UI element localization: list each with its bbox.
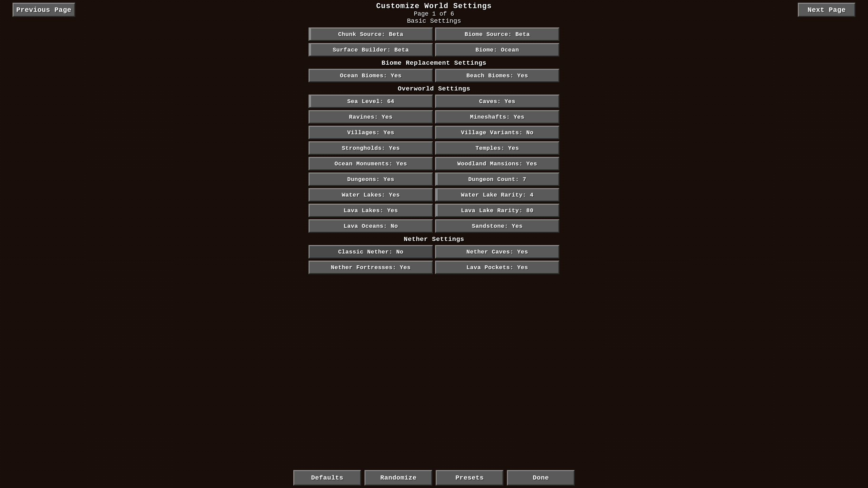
biome-source-button[interactable]: Biome Source: Beta (435, 27, 559, 41)
sandstone-button[interactable]: Sandstone: Yes (435, 219, 559, 233)
page-number: Page 1 of 6 (309, 11, 559, 17)
lava-lakes-button[interactable]: Lava Lakes: Yes (309, 204, 433, 217)
title-section: Customize World Settings Page 1 of 6 Bas… (309, 2, 559, 25)
village-variants-button[interactable]: Village Variants: No (435, 126, 559, 139)
chunk-source-button[interactable]: Chunk Source: Beta (309, 27, 433, 41)
defaults-button[interactable]: Defaults (293, 470, 361, 486)
main-content: Customize World Settings Page 1 of 6 Bas… (309, 0, 559, 276)
water-lakes-button[interactable]: Water Lakes: Yes (309, 188, 433, 202)
nether-header: Nether Settings (309, 236, 559, 243)
temples-button[interactable]: Temples: Yes (435, 141, 559, 155)
bottom-bar: Defaults Randomize Presets Done (0, 468, 868, 488)
caves-button[interactable]: Caves: Yes (435, 95, 559, 108)
woodland-mansions-button[interactable]: Woodland Mansions: Yes (435, 157, 559, 170)
basic-row-2: Surface Builder: Beta Biome: Ocean (309, 43, 559, 57)
basic-row-1: Chunk Source: Beta Biome Source: Beta (309, 27, 559, 41)
lava-lake-rarity-button[interactable]: Lava Lake Rarity: 80 (435, 204, 559, 217)
biome-replacement-row: Ocean Biomes: Yes Beach Biomes: Yes (309, 69, 559, 82)
nether-fortresses-button[interactable]: Nether Fortresses: Yes (309, 261, 433, 274)
nether-caves-button[interactable]: Nether Caves: Yes (435, 245, 559, 259)
overworld-row-6: Dungeons: Yes Dungeon Count: 7 (309, 172, 559, 186)
dungeon-count-button[interactable]: Dungeon Count: 7 (435, 172, 559, 186)
overworld-row-5: Ocean Monuments: Yes Woodland Mansions: … (309, 157, 559, 170)
overworld-row-3: Villages: Yes Village Variants: No (309, 126, 559, 139)
lava-pockets-button[interactable]: Lava Pockets: Yes (435, 261, 559, 274)
ocean-monuments-button[interactable]: Ocean Monuments: Yes (309, 157, 433, 170)
strongholds-button[interactable]: Strongholds: Yes (309, 141, 433, 155)
sea-level-button[interactable]: Sea Level: 64 (309, 95, 433, 108)
overworld-row-4: Strongholds: Yes Temples: Yes (309, 141, 559, 155)
previous-page-button[interactable]: Previous Page (13, 3, 75, 17)
biome-button[interactable]: Biome: Ocean (435, 43, 559, 57)
overworld-row-7: Water Lakes: Yes Water Lake Rarity: 4 (309, 188, 559, 202)
next-page-button[interactable]: Next Page (798, 3, 855, 17)
ravines-button[interactable]: Ravines: Yes (309, 110, 433, 124)
surface-builder-button[interactable]: Surface Builder: Beta (309, 43, 433, 57)
ocean-biomes-button[interactable]: Ocean Biomes: Yes (309, 69, 433, 82)
lava-oceans-button[interactable]: Lava Oceans: No (309, 219, 433, 233)
villages-button[interactable]: Villages: Yes (309, 126, 433, 139)
overworld-row-8: Lava Lakes: Yes Lava Lake Rarity: 80 (309, 204, 559, 217)
overworld-row-9: Lava Oceans: No Sandstone: Yes (309, 219, 559, 233)
overworld-row-2: Ravines: Yes Mineshafts: Yes (309, 110, 559, 124)
water-lake-rarity-button[interactable]: Water Lake Rarity: 4 (435, 188, 559, 202)
biome-replacement-header: Biome Replacement Settings (309, 59, 559, 67)
overworld-header: Overworld Settings (309, 85, 559, 93)
classic-nether-button[interactable]: Classic Nether: No (309, 245, 433, 259)
beach-biomes-button[interactable]: Beach Biomes: Yes (435, 69, 559, 82)
page-title: Customize World Settings (309, 2, 559, 11)
presets-button[interactable]: Presets (436, 470, 504, 486)
nether-row-1: Classic Nether: No Nether Caves: Yes (309, 245, 559, 259)
randomize-button[interactable]: Randomize (364, 470, 432, 486)
mineshafts-button[interactable]: Mineshafts: Yes (435, 110, 559, 124)
dungeons-button[interactable]: Dungeons: Yes (309, 172, 433, 186)
nether-row-2: Nether Fortresses: Yes Lava Pockets: Yes (309, 261, 559, 274)
page-subtitle: Basic Settings (309, 17, 559, 25)
done-button[interactable]: Done (507, 470, 575, 486)
overworld-row-1: Sea Level: 64 Caves: Yes (309, 95, 559, 108)
